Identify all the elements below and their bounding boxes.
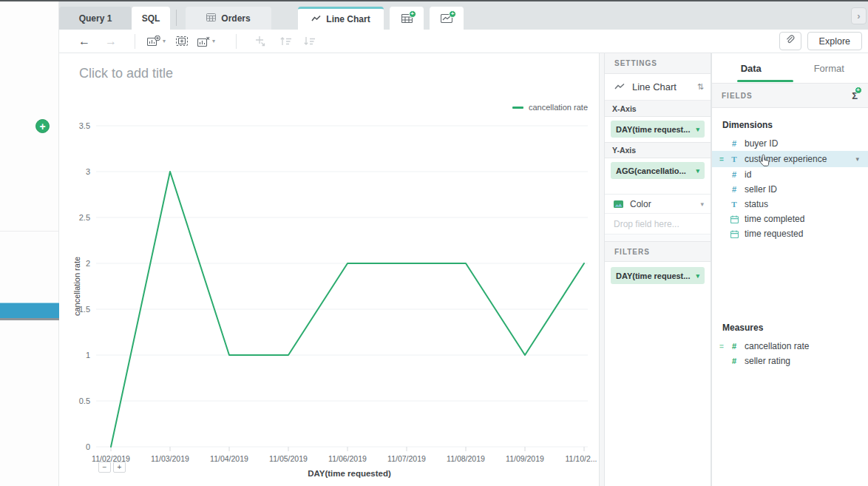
- x-axis-pill[interactable]: DAY(time request... ▾: [611, 121, 705, 138]
- x-axis-zoom-controls: − +: [98, 462, 126, 473]
- color-section[interactable]: Color ▾: [605, 194, 711, 213]
- x-tick-label: 11/03/2019: [151, 454, 189, 463]
- x-axis-drop-zone: DAY(time request... ▾: [605, 117, 711, 142]
- tab-bar: Query 1 SQL Orders Line Chart +: [59, 1, 868, 30]
- share-link-button[interactable]: [779, 32, 801, 50]
- add-table-tab[interactable]: +: [390, 7, 424, 30]
- tab-orders[interactable]: Orders: [186, 7, 271, 30]
- x-axis-section-label: X-Axis: [605, 101, 711, 117]
- toolbar-divider: [236, 34, 237, 49]
- tab-data[interactable]: Data: [712, 63, 790, 74]
- forward-button[interactable]: →: [105, 36, 117, 47]
- paperclip-icon: [784, 34, 796, 48]
- drag-equals-icon: =: [718, 342, 725, 351]
- tab-label: Query 1: [79, 13, 112, 24]
- x-axis-pill-label: DAY(time request...: [616, 125, 690, 134]
- add-item-fab[interactable]: +: [35, 119, 50, 133]
- y-tick-label: 0: [86, 442, 90, 451]
- filter-pill[interactable]: DAY(time request... ▾: [611, 267, 705, 284]
- x-zoom-in-button[interactable]: +: [113, 462, 126, 473]
- number-field-icon: #: [730, 342, 739, 351]
- fields-tab-bar: Data Format: [712, 53, 868, 83]
- caret-down-icon[interactable]: ▾: [696, 272, 699, 280]
- caret-down-icon[interactable]: ▾: [855, 155, 859, 163]
- field-item-time-completed[interactable]: time completed: [712, 212, 868, 226]
- line-chart[interactable]: 00.511.522.533.511/02/201911/03/201911/0…: [59, 53, 599, 486]
- x-tick-label: 11/08/2019: [447, 454, 485, 463]
- active-tab-underline: [737, 80, 793, 82]
- updown-caret-icon: ⇅: [697, 82, 704, 92]
- field-item-id[interactable]: # id: [712, 167, 868, 182]
- tab-line-chart[interactable]: Line Chart: [298, 7, 384, 30]
- chart-toolbar: ← → ▾ ▾: [59, 30, 868, 53]
- field-item-customer-experience[interactable]: = T customer experience ▾: [712, 151, 868, 167]
- caret-down-icon[interactable]: ▾: [696, 167, 699, 175]
- sort-ascending-button[interactable]: [279, 36, 292, 46]
- line-chart-icon: [311, 14, 321, 24]
- back-button[interactable]: ←: [78, 36, 90, 47]
- add-chart-button[interactable]: ▾: [147, 36, 166, 47]
- move-tool-button[interactable]: [254, 36, 266, 47]
- chart-remove-icon: [197, 36, 210, 47]
- y-tick-label: 3.5: [79, 121, 90, 130]
- remove-chart-button[interactable]: ▾: [197, 36, 215, 47]
- expand-chart-button[interactable]: [176, 36, 188, 46]
- field-item-time-requested[interactable]: time requested: [712, 226, 868, 241]
- measures-group-label: Measures: [712, 320, 868, 339]
- expand-box-icon: [176, 36, 188, 46]
- x-zoom-out-button[interactable]: −: [98, 462, 111, 473]
- number-field-icon: #: [730, 185, 739, 194]
- field-item-seller-id[interactable]: # seller ID: [712, 182, 868, 197]
- y-tick-label: 1: [86, 351, 90, 360]
- field-item-cancellation-rate[interactable]: = # cancellation rate: [712, 339, 868, 354]
- y-tick-label: 0.5: [79, 396, 90, 405]
- filters-drop-zone: DAY(time request... ▾: [605, 262, 711, 288]
- drag-equals-icon: =: [718, 155, 725, 163]
- explore-button[interactable]: Explore: [807, 32, 862, 50]
- chart-add-icon: [147, 36, 160, 47]
- tab-format[interactable]: Format: [790, 63, 868, 74]
- line-chart-icon: [614, 81, 625, 92]
- collapse-panel-button[interactable]: ›: [851, 7, 867, 24]
- add-calculated-field-button[interactable]: Σ +: [852, 90, 858, 101]
- panel-resize-handle[interactable]: [599, 53, 605, 486]
- window-top-strip: [0, 0, 868, 1]
- color-section-label: Color: [630, 199, 651, 209]
- y-axis-pill-label: AGG(cancellatio...: [616, 166, 686, 175]
- back-arrow-icon: ←: [78, 35, 90, 47]
- app-window: + Query 1 SQL Orders Line Chart +: [0, 0, 868, 486]
- field-item-status[interactable]: T status: [712, 197, 868, 212]
- tab-sql[interactable]: SQL: [132, 7, 170, 30]
- toolbar-divider: [135, 34, 135, 49]
- number-field-icon: #: [730, 170, 739, 179]
- field-item-buyer-id[interactable]: # buyer ID: [712, 136, 868, 151]
- caret-down-icon[interactable]: ▾: [696, 126, 699, 133]
- number-field-icon: #: [730, 139, 739, 148]
- x-tick-label: 11/07/2019: [387, 454, 426, 463]
- field-item-seller-rating[interactable]: # seller rating: [712, 354, 868, 368]
- fields-header: FIELDS Σ +: [712, 83, 868, 108]
- plus-badge-icon: +: [449, 10, 456, 18]
- y-tick-label: 3: [86, 167, 90, 176]
- plus-icon: +: [39, 121, 45, 132]
- color-drop-zone[interactable]: Drop field here...: [605, 213, 711, 234]
- x-tick-label: 11/04/2019: [210, 454, 248, 463]
- y-axis-pill[interactable]: AGG(cancellatio... ▾: [611, 162, 705, 179]
- add-chart-tab[interactable]: +: [430, 7, 464, 30]
- chart-type-select[interactable]: Line Chart ⇅: [605, 74, 711, 101]
- move-crosshair-icon: [254, 36, 266, 47]
- tab-label: Orders: [221, 13, 250, 24]
- tab-query-1[interactable]: Query 1: [59, 7, 132, 30]
- plus-badge-icon: +: [855, 87, 862, 94]
- y-tick-label: 2: [86, 259, 90, 268]
- chevron-right-icon: ›: [857, 10, 860, 21]
- fields-panel: Data Format FIELDS Σ + Dimensions # buye…: [711, 53, 868, 486]
- sidebar-selected-item[interactable]: [0, 303, 59, 320]
- add-table-icon: +: [401, 14, 413, 23]
- text-field-icon: T: [730, 200, 739, 209]
- calendar-icon: [730, 230, 739, 238]
- tab-label: Line Chart: [326, 14, 370, 24]
- settings-panel: SETTINGS Line Chart ⇅ X-Axis DAY(time re…: [605, 53, 711, 486]
- sort-descending-button[interactable]: [303, 36, 316, 46]
- chart-type-value: Line Chart: [632, 81, 677, 92]
